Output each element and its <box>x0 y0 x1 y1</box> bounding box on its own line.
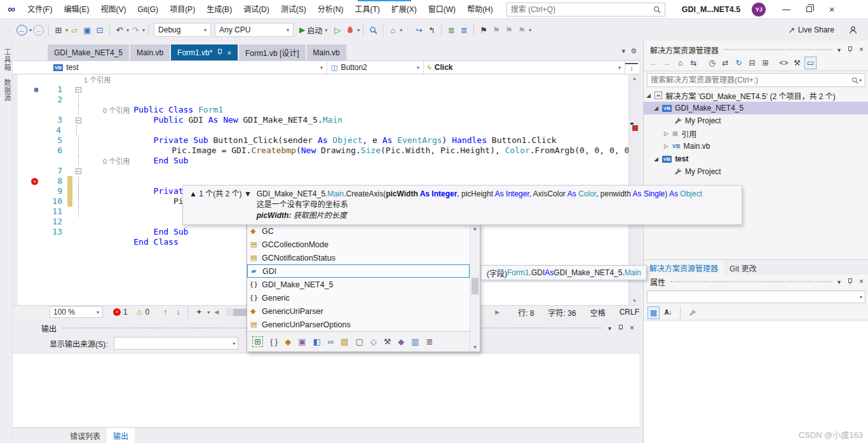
type-member-dropdown[interactable]: ◫ Button2▾ <box>327 61 424 74</box>
collapse-region-icon[interactable]: − <box>76 168 81 174</box>
output-content[interactable] <box>13 353 639 427</box>
clear-bookmarks-button[interactable]: ⚑ <box>515 22 528 37</box>
tree-expander-icon[interactable]: ◢ <box>654 105 662 111</box>
status-eol[interactable]: CRLF <box>620 308 639 317</box>
switch-views-icon[interactable]: ⇄ <box>719 57 731 69</box>
snippets-filter-icon[interactable]: ▥ <box>411 337 419 346</box>
codelens-references[interactable]: 0 个引用 <box>84 105 130 115</box>
properties-object-dropdown[interactable]: ▾ <box>647 290 865 303</box>
code-line[interactable]: 1 个引用 <box>13 74 639 85</box>
zoom-dropdown[interactable]: 100 %▾ <box>50 306 103 318</box>
document-tab[interactable]: Form1.vb* × <box>171 44 238 60</box>
tool-window-tab[interactable]: 工具箱 <box>0 44 14 75</box>
completion-item[interactable]: ▰ GDI <box>247 264 470 278</box>
pin-icon[interactable] <box>618 324 623 332</box>
property-pages-wrench-icon[interactable] <box>686 306 698 319</box>
menu-item[interactable]: 文件(F) <box>22 0 58 19</box>
window-position-dropdown-icon[interactable]: ▾ <box>608 325 611 332</box>
quick-search-box[interactable] <box>506 3 665 17</box>
output-source-dropdown[interactable]: ▾ <box>114 337 238 350</box>
scroll-right-icon[interactable]: ▶ <box>495 309 499 315</box>
close-panel-icon[interactable]: × <box>859 277 864 286</box>
tree-item[interactable]: My Project <box>644 114 868 127</box>
delegates-filter-icon[interactable]: ◆ <box>398 337 404 346</box>
platform-dropdown[interactable]: Any CPU▾ <box>215 23 294 37</box>
hot-reload-button[interactable] <box>344 22 356 37</box>
menu-item[interactable]: Git(G) <box>132 0 164 19</box>
fields-filter-icon[interactable]: ◧ <box>313 337 321 346</box>
classes-filter-icon[interactable]: ◆ <box>285 337 291 346</box>
save-all-button[interactable]: ⊡ <box>93 22 106 37</box>
close-panel-icon[interactable]: × <box>859 45 864 54</box>
search-input[interactable] <box>511 5 653 14</box>
scroll-left-icon[interactable]: ◀ <box>214 309 219 315</box>
sync-with-active-document-icon[interactable]: ⇆ <box>688 57 700 69</box>
feedback-icon[interactable] <box>848 25 858 35</box>
start-without-debugging-button[interactable]: ▷ <box>331 22 344 37</box>
menu-item[interactable]: 生成(B) <box>201 0 238 19</box>
restore-button[interactable] <box>797 0 820 19</box>
code-line[interactable]: 3 − Private Sub Button1_Click(sender As … <box>13 115 639 125</box>
forward-icon[interactable]: → <box>661 57 673 69</box>
properties-pages-icon[interactable]: ▭ <box>804 57 817 69</box>
document-tab[interactable]: GDI_Make_NET4_5 <box>48 44 129 60</box>
prev-issue-icon[interactable]: ↑ <box>163 308 167 317</box>
properties-content[interactable] <box>644 322 868 443</box>
code-line[interactable]: ▦ 1 − Public Class Form1 <box>13 85 639 95</box>
tree-item[interactable]: My Project <box>644 165 868 178</box>
tree-expander-icon[interactable]: ◢ <box>646 92 654 99</box>
tab-options-gear-icon[interactable]: ⚙ <box>630 47 637 55</box>
completion-item[interactable]: ◆ GenericUriParser <box>247 304 470 318</box>
next-bookmark-button[interactable]: ⚑ <box>503 22 515 37</box>
tree-item[interactable]: ◢ VB GDI_Make_NET4_5 <box>644 102 868 114</box>
tree-expander-icon[interactable]: ◢ <box>654 156 662 162</box>
pin-icon[interactable] <box>217 48 222 57</box>
project-scope-dropdown[interactable]: VB test▾ <box>50 61 327 74</box>
panel-tab[interactable]: 输出 <box>107 428 135 443</box>
find-in-files-button[interactable] <box>367 22 379 37</box>
live-share-button[interactable]: Live Share <box>798 25 834 34</box>
window-position-dropdown-icon[interactable]: ▾ <box>837 278 841 285</box>
home-icon[interactable]: ⌂ <box>674 57 686 69</box>
sort-alphabetical-icon[interactable]: A↓ <box>662 306 674 319</box>
jump-to-definition-button[interactable]: ↪ <box>412 22 425 37</box>
debug-config-dropdown[interactable]: Debug▾ <box>154 23 211 37</box>
constants-filter-icon[interactable]: ▢ <box>355 337 363 346</box>
indent-lines-button[interactable]: ≣ <box>445 22 458 37</box>
close-panel-icon[interactable]: × <box>630 324 634 332</box>
document-tab[interactable]: Main.vb <box>307 44 346 60</box>
collapse-region-icon[interactable]: − <box>76 87 81 93</box>
collapse-region-icon[interactable]: − <box>76 118 81 123</box>
warning-count[interactable]: 0 <box>146 308 150 317</box>
split-window-icon[interactable]: ↕ <box>625 63 638 72</box>
menu-item[interactable]: 测试(S) <box>275 0 312 19</box>
tree-expander-icon[interactable]: ▷ <box>664 143 672 149</box>
codelens-references[interactable]: 0 个引用 <box>84 156 130 166</box>
refresh-icon[interactable]: ↻ <box>733 57 745 69</box>
close-button[interactable]: × <box>820 0 843 19</box>
completion-item[interactable]: ◆ GC <box>247 224 470 238</box>
toggle-bookmark-button[interactable]: ⚑ <box>477 22 490 37</box>
sync-with-active-document-button[interactable]: ⌂ <box>386 22 399 37</box>
pin-icon[interactable] <box>847 278 853 286</box>
error-quick-action-icon[interactable]: × <box>31 178 38 185</box>
enums-filter-icon[interactable]: ▤ <box>341 337 348 346</box>
menu-item[interactable]: 扩展(X) <box>386 0 423 19</box>
extension-methods-filter-icon[interactable]: ∞ <box>328 337 334 346</box>
avatar[interactable]: YJ <box>752 3 766 17</box>
error-count[interactable]: 1 <box>123 308 128 317</box>
tab-list-dropdown-icon[interactable]: ▾ <box>622 47 626 55</box>
completion-item[interactable]: ▤ GCNotificationStatus <box>247 251 470 264</box>
code-line[interactable]: 7 − Private Sub Button2_Click(sender As … <box>13 166 639 176</box>
outdent-lines-button[interactable]: ≣ <box>458 22 470 37</box>
undo-button[interactable]: ↶ <box>113 22 126 37</box>
prev-bookmark-button[interactable]: ⚑ <box>490 22 503 37</box>
solution-search-input[interactable] <box>651 76 851 85</box>
code-line[interactable]: 2 Public GDI As New GDI_Make_NET4_5.Main <box>13 95 639 105</box>
completion-item[interactable]: { } Generic <box>247 291 470 304</box>
start-debugging-button[interactable]: ▶ 启动▾ <box>299 25 327 36</box>
next-issue-icon[interactable]: ↓ <box>176 308 180 317</box>
panel-tab[interactable]: 解决方案资源管理器 <box>644 260 724 275</box>
tree-item[interactable]: ▷ VB Main.vb <box>644 140 868 153</box>
completion-item[interactable]: ▤ GCCollectionMode <box>247 238 470 251</box>
